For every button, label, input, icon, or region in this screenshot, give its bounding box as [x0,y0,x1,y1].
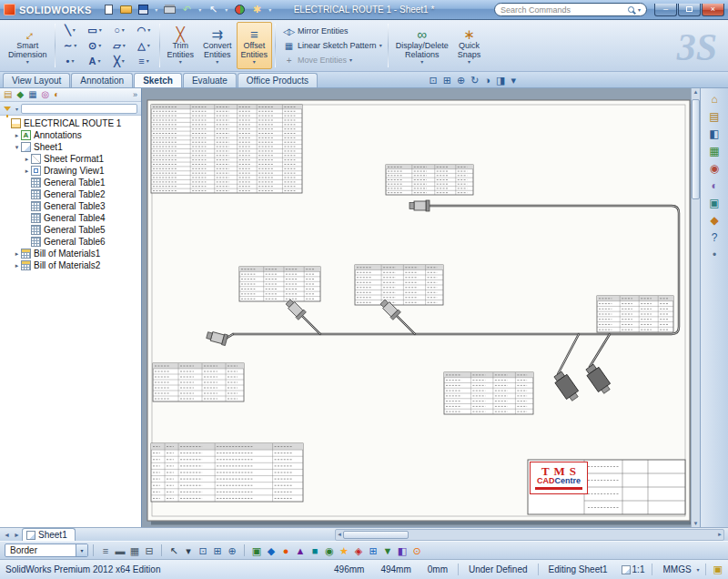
appearances-icon[interactable]: ◉ [710,163,719,174]
tree-item-sheet-format1[interactable]: ▸ Sheet Format1 [0,153,141,165]
sketch-icon[interactable]: ▣ [249,543,264,559]
sheet-nav-left-arrow[interactable]: ◄ [2,532,12,538]
close-button[interactable]: × [702,4,724,16]
tab-annotation[interactable]: Annotation [71,73,133,87]
move-entities-button[interactable]: + Move Entities ▾ [278,54,385,67]
panel-overflow-chevrons[interactable]: » [133,90,137,99]
line-tool[interactable]: ╲▾ [58,23,83,38]
rebuild-button[interactable] [232,2,248,17]
propertymanager-tab[interactable]: ◆ [16,88,24,101]
table-format-icon[interactable]: ▦ [127,543,142,559]
scenes-icon[interactable]: ◐ [711,180,717,191]
smart-dimension-button[interactable]: ↔ Smart Dimension ▾ [4,22,52,69]
zoom-area-icon[interactable]: ⊞ [443,75,451,86]
filter-icon[interactable] [4,107,11,111]
align-icon[interactable]: ⊟ [142,543,157,559]
options-button[interactable]: ✱ [249,2,265,17]
tree-expander-icon[interactable]: ▸ [13,132,21,139]
print-button[interactable] [162,2,177,17]
save-button[interactable] [136,2,151,17]
tree-item-general-table4[interactable]: General Table4 [0,212,141,224]
zoom-fit-icon[interactable]: ⊡ [430,75,438,86]
centerpoint-arc-tool[interactable]: ◠▾ [132,23,157,38]
tree-item-general-table5[interactable]: General Table5 [0,224,141,236]
quick-tips-icon[interactable]: ▣ [713,564,723,575]
vertical-scroll-thumb[interactable] [692,99,700,199]
offset-entities-button[interactable]: ≡ Offset Entities ▾ [237,22,273,69]
tree-expander-icon[interactable]: ▾ [13,144,21,151]
zoom-icon[interactable]: ⊕ [225,543,239,559]
construction-geometry-tool[interactable]: ≡▾ [132,54,157,69]
custom-properties-icon[interactable]: ▣ [709,198,719,208]
select-icon[interactable]: ↖ [167,543,181,559]
horizontal-scrollbar[interactable]: ◄ ► [335,529,724,541]
forum-icon[interactable]: ◆ [710,215,718,226]
trim-tool[interactable]: ╳▾ [107,54,132,69]
mirror-entities-button[interactable]: ◁▷ Mirror Entities [278,25,385,38]
text-tool[interactable]: A▾ [83,54,107,69]
smart-dimension-arrow[interactable]: ▾ [26,59,29,65]
trim-entities-button[interactable]: ╳ Trim Entities ▾ [163,22,199,69]
undo-dropdown-arrow[interactable]: ▾ [197,2,204,17]
units-value[interactable]: MMGS [654,564,693,574]
tree-item-general-table6[interactable]: General Table6 [0,236,141,248]
zoom-fit-icon[interactable]: ⊡ [196,543,210,559]
corner-rectangle-tool[interactable]: ▭▾ [83,23,107,38]
rotate-view-icon[interactable]: ↻ [470,75,479,86]
open-button[interactable] [118,2,134,17]
tree-expander-icon[interactable]: ▸ [23,168,31,175]
circle-tool[interactable]: ○▾ [107,23,132,38]
displaymanager-tab[interactable]: ◐ [54,88,59,101]
area-hatch-icon[interactable]: ▼ [380,543,395,559]
view-palette-icon[interactable]: ▦ [709,146,719,157]
dimension-icon[interactable]: ◆ [264,543,278,559]
search-commands-input[interactable] [500,5,624,15]
tab-view-layout[interactable]: View Layout [3,73,70,87]
save-dropdown-arrow[interactable]: ▾ [153,2,160,17]
zoom-inout-icon[interactable]: ⊕ [457,75,465,86]
maximize-button[interactable] [678,4,701,16]
tree-item-general-table2[interactable]: General Table2 [0,188,141,200]
ellipse-tool[interactable]: ⊙▾ [83,38,107,54]
filter-input[interactable] [21,104,137,114]
select-dropdown-arrow[interactable]: ▾ [223,2,230,17]
layer-properties-icon[interactable]: ≡ [98,543,113,559]
configurationmanager-tab[interactable]: ▦ [28,88,36,101]
select-button[interactable]: ↖ [206,2,221,17]
scroll-left-arrow[interactable]: ◄ [337,532,342,537]
weld-symbol-icon[interactable]: ◉ [322,543,337,559]
tree-expander-icon[interactable]: ▸ [13,250,21,258]
tree-item-sheet1[interactable]: ▾ Sheet1 [0,141,141,153]
search-commands-box[interactable]: ▾ [494,3,647,16]
quick-snaps-button[interactable]: ∗ Quick Snaps ▾ [453,22,486,69]
pin-icon[interactable]: • [713,249,716,260]
tab-evaluate[interactable]: Evaluate [183,73,237,87]
minimize-button[interactable]: – [654,4,677,16]
border-style-select[interactable]: Border ▾ [5,543,88,557]
graphics-area[interactable]: TMS CADCentre ▲ ▼ [142,88,700,527]
display-delete-relations-button[interactable]: ∞ Display/Delete Relations ▾ [391,22,453,69]
tree-item-root[interactable]: ELECTRICAL ROUTE 1 [0,117,141,129]
undo-button[interactable]: ↶ [179,2,195,17]
note-icon[interactable]: ● [278,543,293,559]
scroll-right-arrow[interactable]: ► [717,532,723,537]
display-style-icon[interactable]: ◑ [484,75,490,86]
point-tool[interactable]: •▾ [58,54,83,69]
filter-dropdown-arrow[interactable]: ▾ [15,106,18,112]
hud-more-arrow[interactable]: ▾ [511,75,516,86]
border-style-dropdown-arrow[interactable]: ▾ [76,544,87,556]
horizontal-scroll-thumb[interactable] [343,531,409,539]
new-document-button[interactable] [101,2,116,17]
vertical-scrollbar[interactable]: ▲ ▼ [691,88,700,527]
dimxpertmanager-tab[interactable]: ◎ [42,88,50,101]
zoom-area-icon[interactable]: ⊞ [210,543,225,559]
tree-expander-icon[interactable]: ▸ [23,156,31,163]
revision-icon[interactable]: ⊙ [410,543,424,559]
file-explorer-icon[interactable]: ◧ [709,128,719,139]
convert-entities-button[interactable]: ⇉ Convert Entities ▾ [198,22,237,69]
sheet-nav-right-arrow[interactable]: ► [12,532,22,538]
design-library-icon[interactable]: ▤ [709,111,719,122]
block-icon[interactable]: ◧ [395,543,410,559]
geometric-tolerance-icon[interactable]: ★ [337,543,351,559]
tree-item-annotations[interactable]: ▸ A Annotations [0,129,141,141]
